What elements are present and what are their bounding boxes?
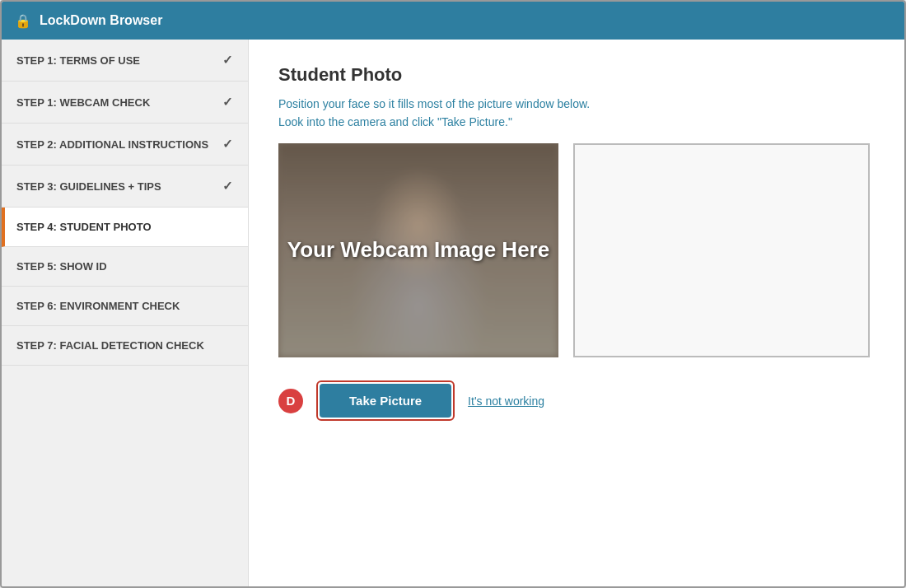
sidebar-item-label-student-photo: STEP 4: STUDENT PHOTO [16,221,152,233]
sidebar-item-label-terms: STEP 1: TERMS OF USE [16,54,140,67]
page-title: Student Photo [278,64,875,86]
sidebar-item-environment[interactable]: STEP 6: ENVIRONMENT CHECK [2,287,248,326]
app-title: LockDown Browser [40,13,162,28]
content-area: STEP 1: TERMS OF USE✓STEP 1: WEBCAM CHEC… [2,40,904,586]
sidebar-item-label-environment: STEP 6: ENVIRONMENT CHECK [16,300,180,312]
sidebar-item-webcam[interactable]: STEP 1: WEBCAM CHECK✓ [2,82,248,124]
sidebar-item-show-id[interactable]: STEP 5: SHOW ID [2,247,248,287]
take-picture-button-wrapper: Take Picture [316,380,455,421]
sidebar-item-label-webcam: STEP 1: WEBCAM CHECK [16,96,150,109]
checkmark-icon-guidelines: ✓ [222,179,233,194]
sidebar-item-label-show-id: STEP 5: SHOW ID [16,260,107,273]
sidebar: STEP 1: TERMS OF USE✓STEP 1: WEBCAM CHEC… [2,40,249,586]
sidebar-item-student-photo[interactable]: STEP 4: STUDENT PHOTO [2,208,248,247]
sidebar-item-label-guidelines: STEP 3: GUIDELINES + TIPS [16,180,161,193]
sidebar-item-additional[interactable]: STEP 2: ADDITIONAL INSTRUCTIONS✓ [2,124,248,166]
webcam-area: Your Webcam Image Here [278,143,875,357]
lock-icon: 🔒 [15,12,31,29]
sidebar-item-facial[interactable]: STEP 7: FACIAL DETECTION CHECK [2,326,248,366]
checkmark-icon-additional: ✓ [222,137,233,152]
main-content: Student Photo Position your face so it f… [249,40,904,586]
webcam-overlay: Your Webcam Image Here [278,143,558,357]
webcam-placeholder-text: Your Webcam Image Here [287,236,549,264]
badge-d: D [278,389,303,413]
instruction-1: Position your face so it fills most of t… [278,97,875,110]
button-row: D Take Picture It's not working [278,380,875,421]
webcam-live-feed: Your Webcam Image Here [278,143,558,357]
sidebar-item-terms[interactable]: STEP 1: TERMS OF USE✓ [2,40,248,82]
sidebar-item-label-additional: STEP 2: ADDITIONAL INSTRUCTIONS [16,138,208,151]
webcam-snapshot [573,143,870,357]
sidebar-item-guidelines[interactable]: STEP 3: GUIDELINES + TIPS✓ [2,166,248,208]
checkmark-icon-terms: ✓ [222,53,233,68]
titlebar: 🔒 LockDown Browser [2,2,904,40]
app-window: 🔒 LockDown Browser STEP 1: TERMS OF USE✓… [0,0,906,588]
checkmark-icon-webcam: ✓ [222,95,233,110]
take-picture-button[interactable]: Take Picture [320,384,451,418]
sidebar-item-label-facial: STEP 7: FACIAL DETECTION CHECK [16,339,204,352]
not-working-link[interactable]: It's not working [468,394,544,408]
instruction-2: Look into the camera and click "Take Pic… [278,115,875,128]
